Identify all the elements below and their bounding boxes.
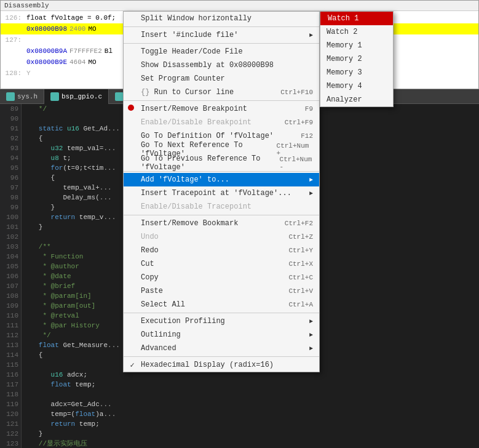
context-menu: Split Window horizontally Insert '#inclu… <box>123 11 320 372</box>
line-num: 97 <box>0 183 21 193</box>
line-num: 102 <box>0 232 21 242</box>
menu-shortcut: F12 <box>301 132 313 140</box>
line-num: 103 <box>0 242 21 252</box>
line-num: 118 <box>0 390 21 399</box>
menu-item-insert-tracepoint[interactable]: Insert Tracepoint at 'fVoltage'... ► <box>124 186 319 200</box>
menu-item-label: Go To Definition Of 'fVoltage' <box>141 132 274 140</box>
submenu-arrow-icon: ► <box>309 318 313 325</box>
line-num: 113 <box>0 340 21 350</box>
submenu-item-watch2[interactable]: Watch 2 <box>320 25 393 39</box>
menu-item-enable-tracepoint[interactable]: Enable/Disable Tracepoint <box>124 200 319 214</box>
menu-item-goto-prev-ref[interactable]: Go To Previous Reference To 'fVoltage' C… <box>124 156 319 170</box>
menu-item-outlining[interactable]: Outlining ► <box>124 328 319 342</box>
menu-item-run-to-cursor[interactable]: {} Run to Cursor line Ctrl+F10 <box>124 86 319 99</box>
menu-shortcut: Ctrl+C <box>288 274 313 281</box>
menu-item-copy[interactable]: Copy Ctrl+C <box>124 271 319 284</box>
menu-separator <box>124 313 319 313</box>
menu-item-label: Insert/Remove Bookmark <box>141 219 238 228</box>
submenu-item-label: Memory 3 <box>327 68 362 77</box>
code-line: //显示实际电压 <box>26 439 479 448</box>
disasm-addr: 0x08000B9E <box>26 58 67 66</box>
menu-item-insert-bookmark[interactable]: Insert/Remove Bookmark Ctrl+F2 <box>124 217 319 230</box>
menu-item-set-pc[interactable]: Set Program Counter <box>124 72 319 86</box>
menu-shortcut: F9 <box>305 105 313 113</box>
line-num: 99 <box>0 202 21 212</box>
code-line: adcx=Get_Adc... <box>26 399 479 409</box>
menu-item-label: Go To Previous Reference To 'fVoltage' <box>141 154 280 172</box>
menu-item-label: Select All <box>141 300 185 309</box>
menu-item-insert-breakpoint[interactable]: Insert/Remove Breakpoint F9 <box>124 102 319 116</box>
submenu-item-memory3[interactable]: Memory 3 <box>320 66 393 79</box>
menu-item-advanced[interactable]: Advanced ► <box>124 342 319 355</box>
menu-item-undo[interactable]: Undo Ctrl+Z <box>124 230 319 244</box>
menu-item-cut[interactable]: Cut Ctrl+X <box>124 257 319 271</box>
disasm-linenum: 128: <box>3 70 22 77</box>
submenu-arrow-icon: ► <box>309 32 313 39</box>
tab-sys-h[interactable]: sys.h <box>0 89 44 104</box>
menu-item-label: Show Disassembly at 0x08000B98 <box>141 61 274 70</box>
tab-bsp-gpio-c[interactable]: bsp_gpio.c <box>44 89 109 104</box>
menu-item-label: Outlining <box>141 330 181 339</box>
line-num: 119 <box>0 399 21 409</box>
code-line: float temp; <box>26 380 479 390</box>
line-num: 107 <box>0 281 21 291</box>
disasm-bytes: 2400 <box>69 25 85 33</box>
code-line: temp=(float)a... <box>26 409 479 419</box>
disasm-text: Y <box>26 70 31 77</box>
tab-label: bsp_gpio.c <box>61 93 102 100</box>
disasm-text: Bl <box>105 47 113 55</box>
menu-shortcut: Ctrl+X <box>288 260 313 268</box>
menu-item-add-to[interactable]: Add 'fVoltage' to... ► <box>124 173 319 186</box>
submenu-item-label: Memory 2 <box>327 55 362 63</box>
menu-shortcut: Ctrl+V <box>288 287 313 295</box>
menu-item-label: Enable/Disable Breakpoint <box>141 118 251 127</box>
menu-item-label: Insert '#include file' <box>141 31 238 39</box>
disasm-text: MO <box>88 25 96 33</box>
line-num: 109 <box>0 301 21 311</box>
menu-item-label: Split Window horizontally <box>141 14 251 23</box>
menu-item-label: Paste <box>141 287 163 295</box>
disasm-linenum: 127: <box>3 36 22 44</box>
line-num: 123 <box>0 439 21 448</box>
tab-icon <box>6 92 15 101</box>
submenu-item-memory4[interactable]: Memory 4 <box>320 79 393 93</box>
line-num: 94 <box>0 153 21 163</box>
menu-item-label: Copy <box>141 273 159 282</box>
submenu-item-memory1[interactable]: Memory 1 <box>320 39 393 52</box>
checkmark-icon: ✓ <box>127 361 137 370</box>
menu-item-select-all[interactable]: Select All Ctrl+A <box>124 298 319 311</box>
menu-item-enable-breakpoint[interactable]: Enable/Disable Breakpoint Ctrl+F9 <box>124 116 319 129</box>
menu-shortcut: Ctrl+F9 <box>285 119 313 126</box>
menu-item-label: Insert Tracepoint at 'fVoltage'... <box>141 189 291 198</box>
menu-shortcut: Ctrl+F2 <box>285 220 313 227</box>
line-num: 117 <box>0 380 21 390</box>
disasm-bytes: F7FFFFE2 <box>69 47 102 55</box>
line-num: 90 <box>0 114 21 124</box>
line-num: 101 <box>0 222 21 232</box>
disasm-text: MO <box>88 58 96 66</box>
menu-item-redo[interactable]: Redo Ctrl+Y <box>124 244 319 257</box>
submenu-item-watch1[interactable]: Watch 1 <box>320 12 393 25</box>
disasm-addr: 0x08000B98 <box>26 25 67 33</box>
disasm-linenum: 126: <box>3 14 22 22</box>
menu-item-show-disasm[interactable]: Show Disassembly at 0x08000B98 <box>124 58 319 72</box>
submenu-item-analyzer[interactable]: Analyzer <box>320 93 393 106</box>
menu-item-hex-display[interactable]: ✓ Hexadecimal Display (radix=16) <box>124 358 319 372</box>
menu-item-label: Redo <box>141 246 159 255</box>
menu-item-toggle-header[interactable]: Toggle Header/Code File <box>124 45 319 58</box>
menu-item-label: Insert/Remove Breakpoint <box>141 105 247 113</box>
disasm-addr: 0x08000B9A <box>26 47 67 55</box>
menu-item-insert-include[interactable]: Insert '#include file' ► <box>124 28 319 42</box>
menu-item-split-window[interactable]: Split Window horizontally <box>124 12 319 25</box>
tab-icon <box>115 92 124 101</box>
line-num: 104 <box>0 252 21 262</box>
code-line: return temp; <box>26 419 479 429</box>
disassembly-title: Disassembly <box>1 1 478 11</box>
menu-separator <box>124 43 319 44</box>
code-line <box>26 390 479 399</box>
line-num: 89 <box>0 104 21 114</box>
submenu-item-memory2[interactable]: Memory 2 <box>320 52 393 66</box>
menu-item-exec-profiling[interactable]: Execution Profiling ► <box>124 314 319 328</box>
line-num: 116 <box>0 370 21 380</box>
menu-item-paste[interactable]: Paste Ctrl+V <box>124 284 319 298</box>
